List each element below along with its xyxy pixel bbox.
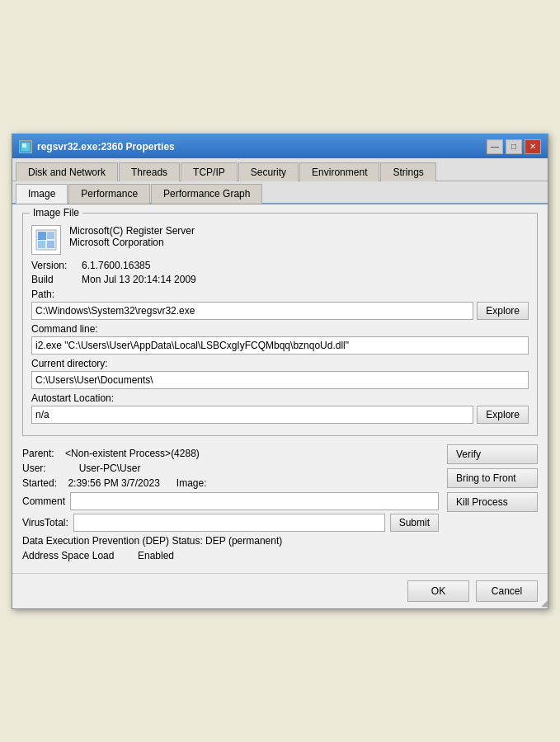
user-value: User-PC\User bbox=[79, 463, 141, 474]
build-row: Build Mon Jul 13 20:14:14 2009 bbox=[31, 274, 529, 285]
cmdline-label: Command line: bbox=[31, 323, 529, 335]
dep-row: Data Execution Prevention (DEP) Status: … bbox=[22, 535, 439, 547]
autostart-input[interactable] bbox=[31, 406, 473, 424]
window-icon bbox=[19, 140, 32, 153]
build-value: Mon Jul 13 20:14:14 2009 bbox=[82, 274, 196, 285]
path-label: Path: bbox=[31, 289, 529, 300]
title-bar: regsvr32.exe:2360 Properties — □ ✕ bbox=[12, 135, 548, 158]
started-row: Started: 2:39:56 PM 3/7/2023 Image: bbox=[22, 477, 439, 489]
verify-button[interactable]: Verify bbox=[447, 444, 538, 464]
parent-value: <Non-existent Process>(4288) bbox=[65, 448, 200, 459]
tab-disk-and-network[interactable]: Disk and Network bbox=[16, 162, 118, 181]
path-row: Path: Explore bbox=[31, 289, 529, 320]
group-legend: Image File bbox=[30, 207, 82, 218]
version-row: Version: 6.1.7600.16385 bbox=[31, 260, 529, 271]
autostart-row: Autostart Location: Explore bbox=[31, 392, 529, 424]
maximize-button[interactable]: □ bbox=[506, 139, 522, 154]
image-label: Image: bbox=[176, 477, 207, 489]
version-label: Version: bbox=[31, 260, 77, 271]
bring-to-front-button[interactable]: Bring to Front bbox=[447, 468, 538, 488]
window-title: regsvr32.exe:2360 Properties bbox=[37, 141, 175, 153]
svg-rect-1 bbox=[22, 143, 26, 148]
app-icon bbox=[31, 225, 61, 255]
comment-input[interactable] bbox=[70, 492, 439, 510]
tab-security[interactable]: Security bbox=[238, 162, 299, 181]
process-info: Parent: <Non-existent Process>(4288) Use… bbox=[22, 444, 439, 565]
comment-label: Comment bbox=[22, 495, 65, 507]
vt-label: VirusTotal: bbox=[22, 517, 68, 528]
svg-rect-5 bbox=[38, 241, 45, 248]
curdir-label: Current directory: bbox=[31, 358, 529, 369]
tab-strings[interactable]: Strings bbox=[380, 162, 435, 181]
image-file-row: Microsoft(C) Register Server Microsoft C… bbox=[31, 225, 529, 255]
tab-threads[interactable]: Threads bbox=[119, 162, 180, 181]
app-corp: Microsoft Corporation bbox=[69, 237, 195, 248]
explore-button[interactable]: Explore bbox=[477, 302, 529, 320]
version-value: 6.1.7600.16385 bbox=[82, 260, 150, 271]
tabs-row1: Disk and Network Threads TCP/IP Security… bbox=[12, 158, 548, 181]
user-row: User: User-PC\User bbox=[22, 463, 439, 474]
tab-tcp-ip[interactable]: TCP/IP bbox=[181, 162, 238, 181]
tab-environment[interactable]: Environment bbox=[299, 162, 379, 181]
parent-label: Parent: bbox=[22, 448, 54, 459]
autostart-label: Autostart Location: bbox=[31, 392, 529, 404]
kill-process-button[interactable]: Kill Process bbox=[447, 492, 538, 512]
image-file-info: Microsoft(C) Register Server Microsoft C… bbox=[69, 225, 195, 248]
resize-handle[interactable]: ◢ bbox=[538, 599, 548, 608]
tab-performance[interactable]: Performance bbox=[68, 184, 150, 204]
image-file-group: Image File Microsoft(C) Register Server … bbox=[22, 213, 538, 436]
dep-text: Data Execution Prevention (DEP) Status: … bbox=[22, 535, 282, 547]
minimize-button[interactable]: — bbox=[487, 139, 503, 154]
started-label: Started: bbox=[22, 477, 57, 489]
virustotal-input[interactable] bbox=[73, 514, 385, 532]
tab-performance-graph[interactable]: Performance Graph bbox=[151, 184, 262, 204]
virustotal-row: VirusTotal: Submit bbox=[22, 514, 439, 532]
footer: OK Cancel bbox=[12, 573, 548, 608]
curdir-input[interactable] bbox=[31, 371, 529, 389]
tab-image[interactable]: Image bbox=[16, 184, 68, 204]
cancel-button[interactable]: Cancel bbox=[476, 580, 538, 602]
submit-button[interactable]: Submit bbox=[390, 514, 439, 532]
addr-label: Address Space Load bbox=[22, 550, 129, 561]
cmdline-row: Command line: bbox=[31, 323, 529, 355]
svg-rect-6 bbox=[47, 241, 54, 248]
tabs-row2: Image Performance Performance Graph bbox=[12, 181, 548, 204]
path-input[interactable] bbox=[31, 302, 473, 320]
cmdline-input[interactable] bbox=[31, 336, 529, 355]
user-label: User: bbox=[22, 463, 46, 474]
close-button[interactable]: ✕ bbox=[525, 139, 541, 154]
ok-button[interactable]: OK bbox=[407, 580, 469, 602]
action-buttons: Verify Bring to Front Kill Process bbox=[447, 444, 538, 565]
app-name: Microsoft(C) Register Server bbox=[69, 225, 195, 237]
curdir-row: Current directory: bbox=[31, 358, 529, 389]
svg-rect-4 bbox=[47, 232, 54, 239]
svg-rect-3 bbox=[38, 232, 46, 240]
content-area: Image File Microsoft(C) Register Server … bbox=[12, 204, 548, 573]
build-label: Build bbox=[31, 274, 77, 285]
parent-row: Parent: <Non-existent Process>(4288) bbox=[22, 448, 439, 459]
below-group: Parent: <Non-existent Process>(4288) Use… bbox=[22, 444, 538, 565]
comment-row: Comment bbox=[22, 492, 439, 510]
addr-value: Enabled bbox=[138, 550, 174, 561]
autostart-explore-button[interactable]: Explore bbox=[477, 406, 529, 424]
addr-row: Address Space Load Enabled bbox=[22, 550, 439, 561]
started-value: 2:39:56 PM 3/7/2023 bbox=[68, 477, 159, 489]
